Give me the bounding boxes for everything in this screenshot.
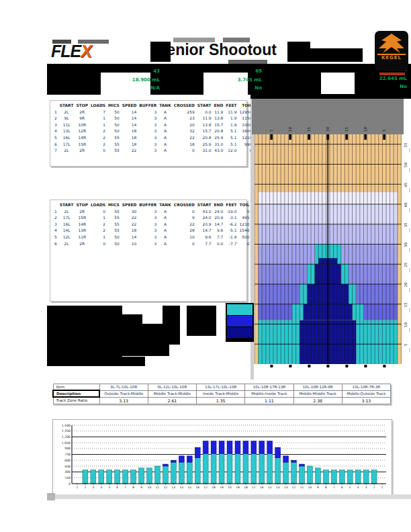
board-tick (383, 134, 385, 140)
table-row: 516L14R255183A2220.825.95.11210 (53, 135, 253, 142)
distance-label: 55 (404, 142, 408, 147)
column-header: START (196, 202, 213, 209)
ratio-ratio-cell: 3.13 (342, 397, 390, 404)
table-cell: A (158, 148, 173, 154)
distance-label: 5 (404, 343, 408, 346)
bar-forward-oil (259, 453, 265, 484)
x-axis-tick-label: 13 (284, 486, 288, 489)
board-number-label: 10 (363, 127, 367, 132)
board-number-label: 5 (269, 129, 273, 132)
board-tick (364, 134, 367, 140)
bar-reverse-oil (275, 447, 281, 458)
board-tick-bottom (308, 365, 310, 367)
oil-zone-cyan (259, 320, 300, 364)
table-cell: -3.1 (224, 215, 238, 222)
redacted-block (47, 306, 122, 357)
column-header: STOP (75, 202, 89, 209)
column-header: TANK (158, 103, 173, 109)
table-cell: 0 (173, 241, 196, 248)
bar-forward-oil (355, 470, 361, 484)
board-tick (289, 134, 291, 140)
bar-forward-oil (147, 468, 152, 484)
info-values-reverse: 69 3.745 mL No (200, 67, 262, 93)
table-cell: A (158, 116, 173, 122)
ratio-description-cell: Middle Track:Middle (148, 390, 196, 397)
bar-forward-oil (163, 466, 168, 484)
distance-label: 45 (404, 182, 408, 187)
ratio-item-cell: 13L-17L:10L-10R (197, 384, 245, 391)
column-header: MICS (107, 103, 121, 109)
legend-swatch (227, 327, 253, 338)
distance-label: 35 (404, 222, 408, 227)
x-axis-tick-label: 5 (108, 486, 110, 489)
bar-reverse-oil (203, 441, 208, 453)
bar-forward-oil (115, 470, 120, 484)
legend-swatch (227, 304, 253, 315)
table-cell: 0 (238, 241, 250, 248)
table-row: 413L12R250183A3215.720.85.11600 (53, 128, 253, 135)
table-cell: 18 (121, 228, 138, 234)
ratio-table-row: Item3L-7L:10L-10R8L-12L:10L-10R13L-17L:1… (53, 384, 391, 391)
pattern-sheet-page: FLEX Senior Shootout 43 18.900 mL N/A 69… (0, 0, 411, 532)
x-axis-tick-label: 17 (203, 486, 208, 489)
column-header: BUFFER (138, 202, 158, 209)
bar-forward-oil (300, 466, 305, 484)
column-header: STOP (75, 103, 89, 109)
column-header: LOADS (89, 103, 107, 109)
table-cell: 20.9 (213, 215, 225, 222)
table-cell: 3 (138, 109, 158, 116)
column-header (53, 202, 58, 209)
table-cell: 3 (138, 234, 158, 241)
table-cell: 43.0 (196, 209, 213, 216)
bar-forward-oil (283, 462, 289, 484)
ratio-row-label: Track Zone Ratio (53, 397, 99, 404)
x-axis-tick-label: 15 (188, 486, 192, 489)
bar-forward-oil (195, 458, 200, 484)
table-cell: 3 (138, 228, 158, 234)
x-axis-tick-label: 10 (148, 486, 152, 489)
table-cell: 55 (107, 148, 121, 154)
board-tick-bottom (345, 365, 348, 367)
table-cell: 259 (173, 109, 196, 116)
y-axis-tick-label: 450 (64, 465, 71, 468)
bar-forward-oil (363, 470, 369, 484)
bar-forward-oil (211, 453, 216, 484)
table-cell: 12R (75, 128, 89, 135)
board-number-label: 15 (307, 127, 311, 132)
table-cell: 0.0 (213, 241, 225, 248)
table-cell: 55 (107, 209, 121, 216)
redacted-block (310, 48, 363, 62)
table-cell: 5.1 (224, 128, 238, 135)
table-cell: 18 (121, 135, 138, 142)
table-cell: 55 (107, 228, 121, 234)
table-cell: -19.0 (224, 209, 238, 216)
table-cell: 13.8 (196, 122, 213, 129)
x-axis-tick-label: 13 (172, 486, 176, 489)
bar-forward-oil (291, 462, 297, 484)
bar-reverse-oil (219, 441, 224, 453)
table-row: 12L2R055303A043.024.0-19.00 (53, 209, 250, 216)
bar-forward-oil (339, 470, 345, 484)
table-cell: 0 (173, 148, 196, 154)
y-axis-tick-label: 1,350 (62, 429, 71, 433)
table-cell: 3 (53, 222, 58, 228)
table-cell: 9L (58, 116, 75, 122)
table-cell: 11L (58, 122, 75, 129)
table-cell: 1 (53, 209, 58, 216)
table-row: 29L9R150143A2311.913.81.91150 (53, 116, 253, 122)
board-number-label: 15 (345, 127, 349, 132)
table-cell: A (158, 122, 173, 129)
bar-forward-oil (308, 466, 313, 484)
table-cell: 11.9 (196, 116, 213, 122)
table-cell: 3 (138, 241, 158, 248)
table-cell: 22 (173, 135, 196, 142)
table-cell: 15R (75, 215, 89, 222)
ratio-description-cell: Outside Track:Middle (99, 390, 148, 397)
ratio-description-cell: Middle:Inside Track (245, 390, 293, 397)
bar-forward-oil (171, 462, 176, 484)
table-cell: 17L (58, 142, 75, 148)
table-cell: 1 (53, 109, 58, 116)
table-cell: A (158, 209, 173, 216)
x-axis-tick-label: 2 (85, 486, 87, 489)
table-cell: 2R (75, 241, 89, 248)
